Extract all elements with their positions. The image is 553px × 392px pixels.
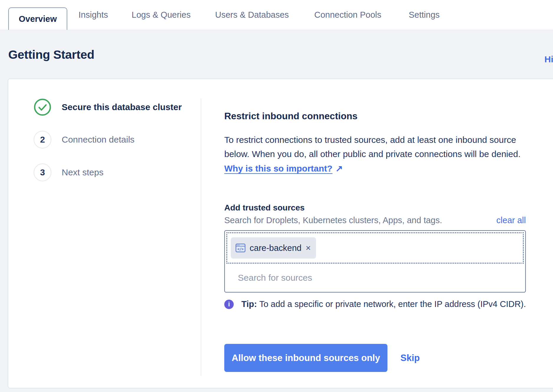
panel-description-line1: To restrict connections to trusted sourc…	[224, 133, 521, 147]
search-sources-input[interactable]	[225, 264, 525, 291]
tab-settings[interactable]: Settings	[409, 0, 440, 30]
tab-overview[interactable]: Overview	[8, 7, 67, 30]
info-icon: i	[224, 300, 234, 309]
trusted-sources-box: </> care-backend ×	[224, 230, 526, 293]
allow-inbound-sources-button[interactable]: Allow these inbound sources only	[224, 344, 387, 372]
remove-source-icon[interactable]: ×	[306, 244, 311, 252]
tab-connection-pools[interactable]: Connection Pools	[314, 0, 381, 30]
content-area: Getting Started Hi Secure this database …	[0, 30, 553, 392]
tab-users-databases[interactable]: Users & Databases	[215, 0, 289, 30]
panel-description-line2: below. When you do, all other public and…	[224, 147, 521, 161]
tab-bar: Overview Insights Logs & Queries Users &…	[0, 0, 553, 30]
tip-prefix: Tip:	[241, 299, 257, 309]
why-important-link-label: Why is this so important?	[224, 164, 333, 173]
tab-logs-queries[interactable]: Logs & Queries	[132, 0, 191, 30]
app-platform-icon: </>	[235, 244, 246, 252]
why-important-link[interactable]: Why is this so important?↗	[224, 163, 343, 174]
step-2-label: Connection details	[62, 131, 135, 148]
source-chip-label: care-backend	[250, 243, 302, 253]
check-icon	[34, 98, 51, 116]
trusted-sources-helper-row: Search for Droplets, Kubernetes clusters…	[224, 215, 526, 227]
trusted-sources-token-area[interactable]: </> care-backend ×	[226, 232, 524, 264]
actions-row: Allow these inbound sources only Skip	[224, 344, 420, 372]
panel-description: To restrict connections to trusted sourc…	[224, 133, 521, 161]
tip-row: i Tip:To add a specific or private netwo…	[224, 299, 526, 309]
panel-heading: Restrict inbound connections	[224, 111, 358, 122]
tab-overview-label: Overview	[19, 14, 57, 24]
source-chip-care-backend: </> care-backend ×	[231, 237, 316, 259]
step-1-label: Secure this database cluster	[62, 98, 182, 116]
step-2-number: 2	[40, 135, 45, 145]
step-1-check-circle	[34, 98, 51, 116]
tip-text: Tip:To add a specific or private network…	[241, 299, 526, 309]
tab-insights[interactable]: Insights	[78, 0, 108, 30]
hide-link[interactable]: Hi	[544, 54, 553, 64]
svg-text:</>: </>	[238, 247, 244, 251]
skip-link[interactable]: Skip	[400, 353, 420, 363]
stepper-content-divider	[201, 98, 201, 376]
database-cluster-screen: Overview Insights Logs & Queries Users &…	[0, 0, 553, 392]
trusted-sources-helper-text: Search for Droplets, Kubernetes clusters…	[224, 215, 442, 225]
add-trusted-sources-label: Add trusted sources	[224, 203, 305, 213]
step-3-number: 3	[40, 167, 45, 177]
tip-body: To add a specific or private network, en…	[259, 299, 526, 309]
page-title: Getting Started	[8, 48, 94, 62]
getting-started-card: Secure this database cluster 2 Connectio…	[8, 79, 553, 388]
step-3-label: Next steps	[62, 164, 104, 181]
step-2-circle: 2	[34, 131, 51, 148]
secure-cluster-panel: Restrict inbound connections To restrict…	[224, 79, 526, 388]
clear-all-link[interactable]: clear all	[496, 215, 526, 225]
step-3-circle: 3	[34, 164, 51, 181]
external-link-arrow-icon: ↗	[336, 164, 343, 173]
